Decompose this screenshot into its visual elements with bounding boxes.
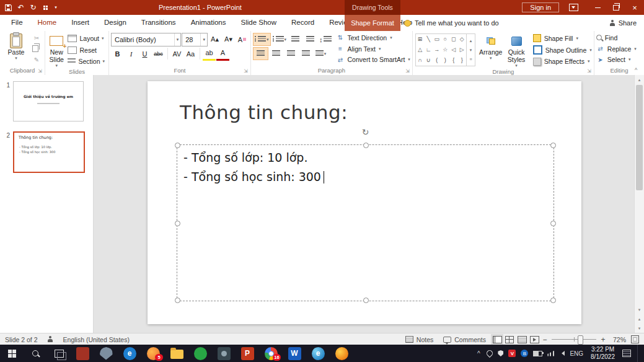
align-center-button[interactable]	[269, 48, 283, 60]
slideshow-view-button[interactable]	[528, 334, 540, 345]
resize-handle[interactable]	[175, 143, 180, 148]
resize-handle[interactable]	[550, 143, 556, 148]
copy-button[interactable]	[30, 43, 43, 54]
redo-icon[interactable]: ↻	[27, 1, 39, 14]
shapes-gallery[interactable]: ⊞ ╲ ▭ ○ ◻ ◇ △ ∟ → ☆ ◁ ▷ ∩ ∪ (	[415, 33, 475, 66]
shape-icon[interactable]: ◁	[451, 47, 456, 53]
section-button[interactable]: Section▾	[66, 56, 107, 67]
shape-fill-button[interactable]: Shape Fill▾	[533, 33, 592, 43]
slide-1-preview[interactable]: Giới thiệu về trường em	[13, 81, 84, 121]
increase-indent-button[interactable]	[303, 33, 317, 45]
slide-canvas[interactable]: Thông tin chung: - Tổng số lớp: 10 lớp. …	[148, 81, 581, 324]
shape-icon[interactable]: (	[436, 58, 438, 63]
security-shield-icon[interactable]	[498, 350, 503, 356]
format-painter-button[interactable]: ✎	[30, 55, 43, 65]
convert-to-smartart-button[interactable]: ⇄Convert to SmartArt▾	[337, 55, 410, 64]
cut-button[interactable]: ✂	[30, 33, 43, 43]
slide-sorter-view-button[interactable]	[503, 334, 516, 345]
notification-center-icon[interactable]	[622, 350, 631, 357]
shape-effects-button[interactable]: Shape Effects▾	[533, 56, 592, 66]
dialog-launcher-icon[interactable]: ⇲	[244, 69, 248, 74]
tab-home[interactable]: Home	[30, 15, 64, 32]
taskbar-firefox[interactable]	[330, 345, 353, 362]
shape-icon[interactable]: ▭	[434, 37, 439, 42]
taskbar-search-button[interactable]	[24, 345, 47, 362]
strikethrough-button[interactable]: abc	[152, 48, 165, 60]
speaker-icon[interactable]	[559, 351, 565, 356]
taskbar-brave[interactable]: 5	[141, 345, 165, 362]
start-button[interactable]	[0, 345, 24, 362]
bluetooth-icon[interactable]: B	[521, 350, 528, 357]
accessibility-icon[interactable]	[43, 336, 58, 343]
location-icon[interactable]	[485, 349, 494, 358]
quick-styles-button[interactable]: Quick Styles ▾	[503, 32, 529, 68]
underline-button[interactable]: U	[138, 48, 151, 60]
align-right-button[interactable]	[284, 48, 298, 60]
task-view-button[interactable]	[47, 345, 71, 362]
previous-slide-button[interactable]: ▴	[635, 314, 644, 324]
tab-slide-show[interactable]: Slide Show	[234, 15, 285, 31]
bold-button[interactable]: B	[111, 48, 124, 60]
minimize-button[interactable]	[588, 0, 607, 15]
replace-button[interactable]: ⇄Replace▾	[596, 44, 642, 54]
touch-mode-icon[interactable]	[40, 1, 51, 14]
select-button[interactable]: ➤Select▾	[596, 55, 642, 64]
numbering-button[interactable]: ▾	[271, 33, 288, 45]
save-icon[interactable]	[2, 1, 14, 14]
maximize-button[interactable]	[607, 0, 625, 15]
tab-file[interactable]: File	[4, 15, 30, 31]
scroll-up-icon[interactable]: ▴	[635, 75, 644, 84]
chevron-down-icon[interactable]: ▾	[200, 33, 207, 46]
close-button[interactable]: ×	[625, 0, 644, 15]
slide-2-preview[interactable]: Thông tin chung: - Tổng số lớp: 10 lớp. …	[13, 131, 85, 173]
shape-icon[interactable]: △	[418, 47, 422, 53]
tab-record[interactable]: Record	[284, 15, 322, 31]
taskbar-app-3[interactable]: e	[118, 345, 141, 362]
taskbar-app-6[interactable]	[188, 345, 212, 362]
gallery-up-icon[interactable]: ▴	[470, 38, 472, 43]
thumbnail-slide-2[interactable]: 2 Thông tin chung: - Tổng số lớp: 10 lớp…	[0, 131, 93, 173]
taskbar-chrome[interactable]: 16	[259, 345, 283, 362]
text-highlight-button[interactable]: ab	[203, 47, 216, 61]
chevron-down-icon[interactable]: ▾	[174, 33, 181, 46]
shape-icon[interactable]: ◇	[460, 37, 464, 42]
dialog-launcher-icon[interactable]: ⇲	[405, 69, 410, 74]
customize-quick-access-icon[interactable]: ▾	[52, 1, 60, 14]
scroll-down-icon[interactable]: ▾	[635, 305, 644, 314]
clock[interactable]: 3:22 PM 8/1/2022	[591, 346, 615, 361]
shape-icon[interactable]: {	[452, 58, 454, 63]
reading-view-button[interactable]	[516, 334, 528, 345]
language-indicator[interactable]: English (United States)	[58, 336, 135, 343]
thumbnail-slide-1[interactable]: 1 Giới thiệu về trường em	[0, 81, 93, 121]
italic-button[interactable]: I	[125, 48, 138, 60]
font-size-select[interactable]: 28 ▾	[182, 33, 208, 46]
shape-icon[interactable]: ◻	[451, 37, 456, 42]
shape-icon[interactable]: ╲	[426, 37, 430, 42]
rotate-handle-icon[interactable]: ↻	[360, 126, 371, 138]
columns-button[interactable]: ▾	[314, 48, 328, 60]
resize-handle[interactable]	[550, 298, 556, 303]
shape-icon[interactable]: }	[461, 58, 463, 63]
taskbar-edge[interactable]: e	[306, 345, 330, 362]
resize-handle[interactable]	[175, 298, 180, 303]
shape-icon[interactable]: ☆	[443, 47, 448, 53]
gallery-down-icon[interactable]: ▾	[470, 48, 472, 53]
decrease-font-size-button[interactable]: A▾	[222, 33, 235, 45]
align-text-button[interactable]: ≡Align Text▾	[337, 44, 410, 54]
zoom-slider-handle[interactable]	[578, 335, 583, 345]
notes-button[interactable]: Notes	[400, 336, 438, 343]
justify-button[interactable]	[299, 48, 313, 60]
comments-button[interactable]: Comments	[438, 336, 491, 343]
resize-handle[interactable]	[550, 221, 556, 226]
resize-handle[interactable]	[363, 298, 369, 303]
text-direction-button[interactable]: ⇅Text Direction▾	[337, 33, 410, 43]
content-textbox[interactable]: - Tổng số lớp: 10 lớp. - Tổng số học sin…	[177, 144, 554, 301]
resize-handle[interactable]	[363, 143, 369, 148]
increase-font-size-button[interactable]: A▴	[208, 33, 221, 45]
next-slide-button[interactable]: ▾	[635, 324, 644, 333]
dialog-launcher-icon[interactable]: ⇲	[38, 69, 42, 74]
show-desktop-button[interactable]	[637, 345, 640, 362]
taskbar-word[interactable]: W	[283, 345, 306, 362]
bullet-line-2[interactable]: - Tổng số học sinh: 300	[183, 167, 554, 187]
vertical-scrollbar[interactable]: ▴ ▾ ▴ ▾	[634, 75, 644, 333]
